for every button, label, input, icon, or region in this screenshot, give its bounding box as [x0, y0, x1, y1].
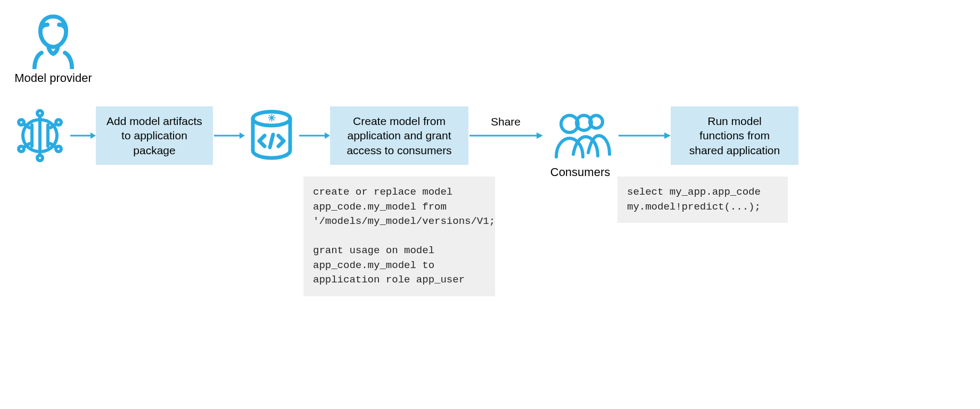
- consumers-icon: [546, 109, 615, 162]
- arrow-icon: [298, 130, 330, 141]
- ai-brain-icon: [11, 109, 69, 162]
- svg-marker-13: [90, 132, 96, 139]
- arrow-icon: [213, 130, 245, 141]
- consumers-label: Consumers: [550, 165, 610, 179]
- step-text: Run model functions from shared applicat…: [680, 114, 789, 157]
- svg-marker-27: [664, 132, 671, 139]
- step-create-model: Create model from application and grant …: [330, 106, 468, 165]
- svg-line-18: [270, 135, 273, 147]
- database-code-icon: ✳: [245, 109, 298, 162]
- code-run: select my_app.app_code my.model!predict(…: [617, 177, 788, 223]
- step-run-model: Run model functions from shared applicat…: [671, 106, 798, 165]
- step-text: Create model from application and grant …: [340, 114, 459, 157]
- arrow-share: Share: [468, 130, 543, 141]
- arrow-icon: [69, 130, 96, 141]
- code-create-grant: create or replace model app_code.my_mode…: [303, 177, 495, 296]
- arrow-icon: [617, 130, 671, 141]
- svg-text:✳: ✳: [268, 113, 276, 123]
- model-provider-label: Model provider: [11, 71, 96, 85]
- model-provider-section: Model provider: [11, 11, 96, 85]
- svg-marker-22: [537, 132, 543, 139]
- consumers-section: Consumers: [543, 109, 617, 162]
- svg-marker-15: [240, 132, 245, 139]
- flow-row: Add model artifacts to application packa…: [11, 106, 798, 165]
- svg-marker-20: [325, 132, 330, 139]
- step-add-artifacts: Add model artifacts to application packa…: [96, 106, 213, 165]
- person-icon: [11, 11, 96, 69]
- step-text: Add model artifacts to application packa…: [105, 114, 203, 157]
- share-label: Share: [491, 115, 521, 128]
